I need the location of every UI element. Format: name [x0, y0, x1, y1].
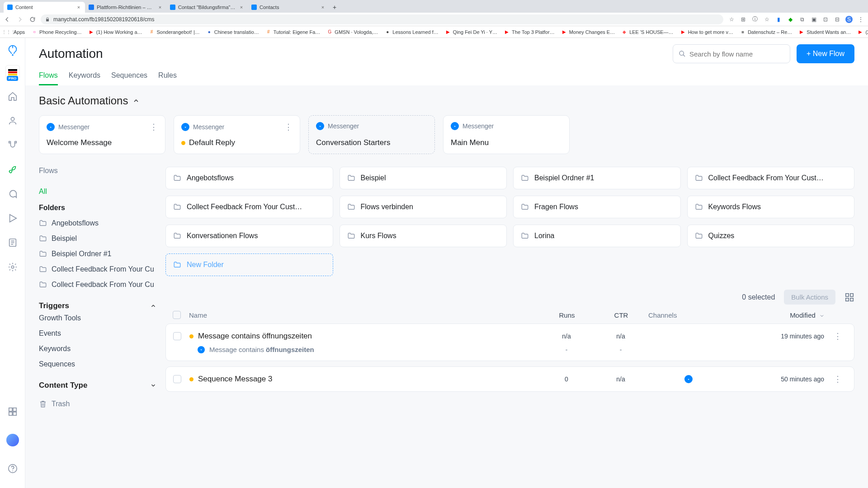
folder-card[interactable]: Lorina: [513, 225, 681, 247]
sidebar-folder[interactable]: Beispiel Ordner #1: [39, 246, 158, 262]
more-icon[interactable]: ⋮: [284, 122, 292, 132]
livechat-icon[interactable]: [5, 187, 20, 201]
ext6-icon[interactable]: ⊟: [834, 16, 841, 23]
bookmark[interactable]: #Tutorial: Eigene Fa…: [264, 28, 322, 36]
automation-card[interactable]: Messenger ⋮ Default Reply: [174, 115, 300, 154]
automation-icon[interactable]: [5, 162, 20, 177]
bookmark[interactable]: ●Chinese translatio…: [204, 28, 261, 36]
broadcast-icon[interactable]: [5, 211, 20, 225]
bookmark[interactable]: GGMSN · Vologda,…: [325, 28, 380, 36]
contacts-icon[interactable]: [5, 113, 20, 128]
reload-icon[interactable]: [29, 16, 36, 23]
select-all-checkbox[interactable]: [173, 311, 181, 319]
browser-tab[interactable]: Contacts×: [248, 2, 329, 13]
sidebar-all[interactable]: All: [39, 185, 158, 198]
url-box[interactable]: manychat.com/fb1981502081920618/cms: [41, 14, 723, 24]
col-runs[interactable]: Runs: [540, 311, 594, 319]
bookmark[interactable]: ■Datenschutz – Re…: [738, 28, 794, 36]
profile-avatar[interactable]: S: [845, 16, 853, 23]
sidebar-folder[interactable]: Angebotsflows: [39, 216, 158, 231]
bulk-actions-button[interactable]: Bulk Actions: [784, 290, 835, 305]
qr-icon[interactable]: ⊞: [740, 16, 747, 23]
translate-icon[interactable]: ⓘ: [751, 16, 759, 23]
magnet-icon[interactable]: [5, 138, 20, 152]
browser-tab[interactable]: Plattform-Richtlinien – Übers…×: [85, 2, 166, 13]
table-row[interactable]: Message contains öffnungszeiten n/a n/a …: [165, 324, 854, 361]
row-checkbox[interactable]: [173, 332, 181, 340]
folder-card[interactable]: Fragen Flows: [513, 196, 681, 218]
more-icon[interactable]: ⋮: [829, 331, 847, 341]
bookmark[interactable]: #Sonderangebot! |…: [147, 28, 202, 36]
folder-card[interactable]: Beispiel: [340, 167, 507, 189]
manychat-logo-icon[interactable]: [6, 44, 19, 57]
ext4-icon[interactable]: ▣: [810, 16, 817, 23]
ext3-icon[interactable]: ⧉: [798, 16, 806, 23]
folder-card[interactable]: Kurs Flows: [340, 225, 507, 247]
search-input[interactable]: [689, 50, 784, 58]
col-name[interactable]: Name: [189, 311, 540, 319]
automation-card[interactable]: Messenger Conversation Starters: [308, 115, 435, 154]
bookmark[interactable]: ▶Qing Fei De Yi · Y…: [443, 28, 499, 36]
new-folder-card[interactable]: New Folder: [165, 253, 333, 276]
automation-card[interactable]: Messenger Main Menu: [443, 115, 570, 154]
folder-card[interactable]: Angebotsflows: [165, 167, 333, 189]
sidebar-trigger[interactable]: Events: [39, 326, 158, 341]
close-icon[interactable]: ×: [76, 5, 81, 10]
sidebar-trigger[interactable]: Growth Tools: [39, 310, 158, 326]
bookmark[interactable]: ●Lessons Learned f…: [382, 28, 440, 36]
sidebar-folder[interactable]: Beispiel: [39, 231, 158, 246]
tab-flows[interactable]: Flows: [39, 69, 58, 85]
folder-card[interactable]: Flows verbinden: [340, 196, 507, 218]
bookmark[interactable]: ◆LEE 'S HOUSE—…: [619, 28, 675, 36]
account-badge[interactable]: PRO: [5, 65, 20, 80]
tab-keywords[interactable]: Keywords: [69, 69, 100, 85]
bookmark[interactable]: ▶Student Wants an…: [797, 28, 853, 36]
help-icon[interactable]: [5, 461, 20, 476]
more-icon[interactable]: ⋮: [150, 122, 158, 132]
sidebar-triggers-toggle[interactable]: Triggers: [39, 301, 158, 310]
close-icon[interactable]: ×: [320, 5, 326, 10]
folder-card[interactable]: Beispiel Ordner #1: [513, 167, 681, 189]
folder-card[interactable]: Collect Feedback From Your Cust…: [165, 196, 333, 218]
close-icon[interactable]: ×: [239, 5, 244, 10]
bookmark[interactable]: ⋮⋮⋮Apps: [4, 28, 27, 36]
tab-rules[interactable]: Rules: [158, 69, 177, 85]
bookmark[interactable]: ▶(1) How Working a…: [86, 28, 144, 36]
new-tab-button[interactable]: +: [329, 2, 340, 13]
tab-sequences[interactable]: Sequences: [111, 69, 147, 85]
user-avatar[interactable]: [6, 434, 19, 446]
home-icon[interactable]: [5, 89, 20, 103]
templates-icon[interactable]: [5, 404, 20, 419]
gtranslate-icon[interactable]: ☆: [728, 16, 735, 23]
folder-card[interactable]: Collect Feedback From Your Cust…: [687, 167, 855, 189]
automation-card[interactable]: Messenger ⋮ Welcome Message: [39, 115, 165, 154]
back-icon[interactable]: [4, 16, 11, 23]
ext5-icon[interactable]: ⊡: [822, 16, 829, 23]
more-icon[interactable]: ⋮: [829, 374, 847, 384]
col-modified[interactable]: Modified: [730, 311, 829, 319]
sidebar-trigger[interactable]: Keywords: [39, 341, 158, 357]
folder-card[interactable]: Keywords Flows: [687, 196, 855, 218]
sidebar-trigger[interactable]: Sequences: [39, 357, 158, 372]
bookmark[interactable]: ▶How to get more v…: [678, 28, 735, 36]
forward-icon[interactable]: [16, 16, 24, 23]
table-row[interactable]: Sequence Message 3 0 n/a 50 minutes ago …: [165, 366, 854, 392]
search-box[interactable]: [673, 44, 790, 63]
ext2-icon[interactable]: ◆: [787, 16, 794, 23]
bookmark[interactable]: ○Phone Recycling…: [29, 28, 84, 36]
folder-card[interactable]: Quizzes: [687, 225, 855, 247]
ext1-icon[interactable]: ▮: [775, 16, 782, 23]
grid-view-icon[interactable]: [844, 292, 854, 302]
kebab-icon[interactable]: ⋮: [857, 16, 864, 23]
browser-tab[interactable]: Content×: [4, 2, 85, 13]
sidebar-contenttype-toggle[interactable]: Content Type: [39, 381, 158, 390]
browser-tab[interactable]: Contact "Bildungsfirma" thro…×: [166, 2, 248, 13]
new-flow-button[interactable]: + New Flow: [797, 44, 854, 63]
col-channels[interactable]: Channels: [648, 311, 730, 319]
bookmark[interactable]: ▶The Top 3 Platfor…: [502, 28, 557, 36]
bookmark[interactable]: ▶(2) How To Add A…: [855, 28, 868, 36]
sidebar-folder[interactable]: Collect Feedback From Your Cu: [39, 277, 158, 292]
basic-automations-toggle[interactable]: Basic Automations: [39, 94, 854, 107]
row-checkbox[interactable]: [173, 375, 181, 383]
forms-icon[interactable]: [5, 235, 20, 250]
